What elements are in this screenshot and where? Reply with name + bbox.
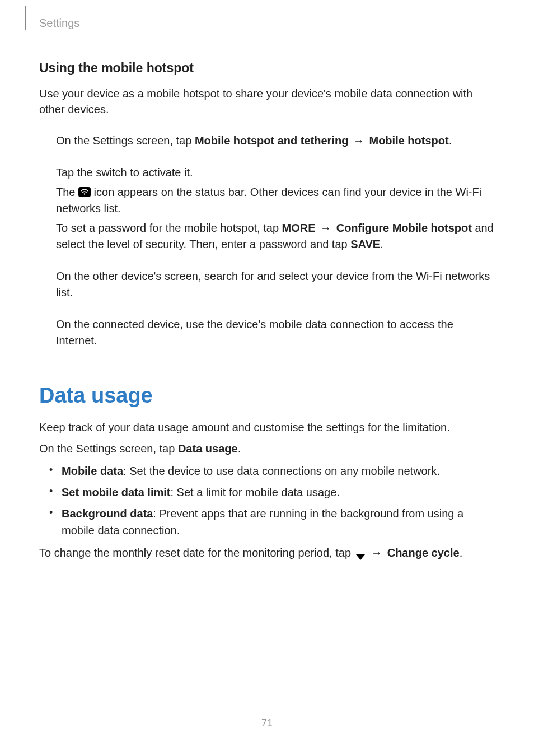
nav-text: On the Settings screen, tap [39, 442, 178, 455]
step-bold: MORE [282, 222, 316, 234]
step-text: icon appears on the status bar. Other de… [56, 186, 481, 214]
data-usage-nav: On the Settings screen, tap Data usage. [39, 440, 495, 457]
step-bold: Mobile hotspot and tethering [195, 134, 348, 147]
hotspot-step-2: Tap the switch to activate it. The icon … [39, 165, 495, 253]
arrow-icon: → [317, 222, 335, 234]
step-text: . [449, 134, 452, 147]
cycle-bold: Change cycle [387, 547, 460, 559]
list-item: Set mobile data limit: Set a limit for m… [49, 484, 495, 501]
cycle-text: To change the monthly reset date for the… [39, 547, 354, 559]
step-bold: Configure Mobile hotspot [336, 222, 472, 234]
step-text: On the Settings screen, tap [56, 134, 195, 147]
cycle-text: . [460, 547, 463, 559]
bullet-text: : Set a limit for mobile data usage. [170, 486, 339, 498]
data-usage-bullets: Mobile data: Set the device to use data … [39, 463, 495, 539]
hotspot-icon [78, 187, 91, 197]
step-sub: To set a password for the mobile hotspot… [56, 220, 495, 253]
arrow-icon: → [350, 134, 367, 147]
nav-bold: Data usage [178, 442, 238, 455]
nav-text: . [238, 442, 241, 455]
hotspot-step-1: On the Settings screen, tap Mobile hotsp… [39, 133, 495, 149]
list-item: Mobile data: Set the device to use data … [49, 463, 495, 479]
hotspot-heading: Using the mobile hotspot [39, 60, 495, 76]
data-usage-intro: Keep track of your data usage amount and… [39, 419, 495, 436]
step-bold: SAVE [350, 238, 380, 250]
step-sub: The icon appears on the status bar. Othe… [56, 184, 495, 217]
step-bold: Mobile hotspot [369, 134, 448, 147]
change-cycle-text: To change the monthly reset date for the… [39, 544, 495, 561]
header-divider [25, 6, 26, 30]
page-number: 71 [0, 717, 534, 729]
bullet-bold: Mobile data [62, 465, 123, 477]
arrow-icon: → [368, 547, 386, 559]
page-content: Using the mobile hotspot Use your device… [39, 60, 495, 566]
list-item: Background data: Prevent apps that are r… [49, 505, 495, 539]
step-text: The [56, 186, 78, 198]
hotspot-step-4: On the connected device, use the device'… [39, 316, 495, 349]
step-text: . [380, 238, 383, 250]
hotspot-step-3: On the other device's screen, search for… [39, 268, 495, 301]
header-section-label: Settings [39, 17, 79, 30]
bullet-bold: Background data [62, 507, 153, 520]
step-text: Tap the switch to activate it. [56, 165, 495, 181]
svg-point-0 [84, 193, 86, 195]
dropdown-triangle-icon [354, 549, 367, 557]
bullet-text: : Set the device to use data connections… [123, 465, 440, 477]
svg-marker-1 [356, 554, 365, 560]
bullet-bold: Set mobile data limit [62, 486, 170, 498]
data-usage-heading: Data usage [39, 384, 495, 408]
hotspot-intro: Use your device as a mobile hotspot to s… [39, 86, 495, 117]
step-text: To set a password for the mobile hotspot… [56, 222, 282, 234]
